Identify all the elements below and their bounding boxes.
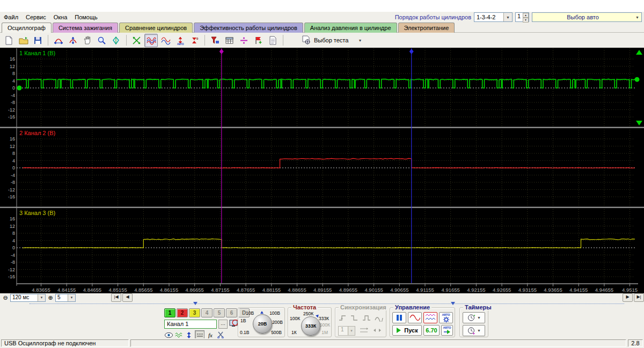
menu-service[interactable]: Сервис [22, 13, 50, 21]
x-tick-label: 4.84655 [83, 287, 101, 293]
stream-mode-button[interactable] [423, 312, 437, 323]
go-last-button[interactable]: ▶| [634, 293, 644, 302]
fit-vertical-button[interactable] [66, 34, 79, 47]
filter-button[interactable] [208, 34, 222, 47]
table-button[interactable] [223, 34, 236, 47]
new-file-button[interactable] [2, 34, 16, 47]
y-tick-label: -12 [8, 187, 15, 192]
sync-pulse-icon [362, 314, 371, 322]
fx-math-icon[interactable]: fx [206, 331, 215, 339]
tab-pressure-analysis[interactable]: Анализ давления в цилиндре [304, 23, 397, 33]
y-tick-label: -12 [8, 107, 15, 113]
pan-window-end-marker[interactable] [451, 302, 455, 305]
channel-button-6[interactable]: 6 [226, 308, 237, 317]
divide-button[interactable] [237, 34, 251, 47]
cylinder-spinner[interactable]: 1 ▲▼ [515, 12, 529, 22]
chevron-down-icon[interactable]: ▼ [633, 13, 641, 21]
markers-button[interactable] [109, 34, 123, 47]
fit-horizontal-button[interactable] [52, 34, 65, 47]
go-prev-button[interactable]: ◀ [122, 293, 133, 302]
frequency-knob[interactable]: 333К [301, 316, 320, 336]
spin-up-icon[interactable]: ▲ [523, 13, 529, 18]
start-button[interactable]: Пуск [392, 325, 422, 336]
report-button[interactable] [266, 34, 280, 47]
pan-hand-button[interactable] [80, 34, 94, 47]
spin-down-icon[interactable]: ▼ [523, 18, 529, 23]
y-tick-label: 0 [12, 165, 15, 171]
auto-settings-button[interactable]: АВТО [439, 312, 453, 323]
timer-1-button[interactable]: ▼ [463, 312, 485, 323]
y-tick-label: 12 [10, 224, 15, 229]
y-tick-label: 4 [12, 158, 15, 164]
sweep-combo[interactable]: 120 мс ▼ [10, 294, 46, 302]
scale-updown-icon[interactable] [185, 331, 193, 339]
pan-indicator-bar[interactable] [0, 302, 644, 306]
tab-oscilloscope[interactable]: Осциллограф [2, 23, 52, 33]
zoom-in-time-icon[interactable]: ⊕ [47, 294, 54, 301]
channel-button-1[interactable]: 1 [164, 308, 175, 317]
x-tick-label: 4.94655 [595, 287, 613, 293]
timer-2-button[interactable]: ▼ [463, 325, 485, 336]
trigger-level-display[interactable]: 6.70 [423, 325, 440, 336]
voltage-knob-pointer [260, 311, 264, 314]
zoom-button[interactable] [95, 34, 108, 47]
channel-name-input[interactable]: Канал 1 [164, 320, 217, 329]
autoscale-button[interactable]: АВТО [173, 34, 187, 47]
zoom-out-time-icon[interactable]: ⊖ [2, 294, 9, 301]
version-label: 2.8 [628, 339, 643, 347]
pause-button[interactable] [392, 312, 406, 323]
channel-button-4[interactable]: 4 [201, 308, 213, 317]
toolbar-separator [48, 35, 48, 46]
overlay-waveforms-button[interactable] [144, 34, 158, 47]
sync-ext-icon [374, 314, 383, 322]
tab-cylinder-efficiency[interactable]: Эффективность работы цилиндров [194, 23, 303, 33]
menu-windows[interactable]: Окна [50, 13, 71, 21]
channel-button-3[interactable]: 3 [189, 308, 200, 317]
svg-text:0: 0 [196, 37, 199, 40]
chevron-down-icon[interactable]: ▼ [503, 13, 512, 21]
auto-run-button[interactable]: АВТО [441, 325, 453, 336]
firing-order-combo[interactable]: 1-3-4-2 ▼ [474, 12, 513, 22]
channel-3-label: 3 Канал 3 (В) [19, 210, 55, 216]
y-tick-label: 12 [10, 144, 15, 149]
compress-signal-button[interactable] [130, 34, 143, 47]
channel-button-2[interactable]: 2 [177, 308, 188, 317]
tab-cylinder-compare[interactable]: Сравнение цилиндров [119, 23, 193, 33]
horizontal-scroll-row: ⊖ 120 мс ▼ ⊕ 5 ▼ |◀ ◀ ▶ ▶| [0, 293, 644, 302]
menu-file[interactable]: Файл [0, 13, 22, 21]
two-waveforms-button[interactable] [159, 34, 172, 47]
car-select-combo[interactable]: Выбор авто ▼ [532, 12, 642, 22]
voltage-knob[interactable]: 20В [253, 314, 272, 334]
open-file-button[interactable] [17, 34, 30, 47]
chevron-down-icon: ▼ [477, 316, 481, 320]
pan-window-start-marker[interactable] [193, 302, 197, 305]
channel-1-zero-marker[interactable] [17, 86, 22, 91]
oscilloscope-plot-area[interactable]: 1612840-4-8-12-161612840-4-8-12-16161284… [0, 48, 644, 293]
zero-level-button[interactable]: 0 [188, 34, 201, 47]
go-next-button[interactable]: ▶ [623, 293, 633, 302]
flag-button[interactable] [252, 34, 265, 47]
tab-ignition[interactable]: Система зажигания [53, 23, 118, 33]
single-sweep-button[interactable] [408, 312, 422, 323]
sync-rising-edge-icon [338, 314, 348, 322]
pan-track[interactable] [30, 303, 624, 304]
y-tick-label: -4 [11, 253, 15, 258]
go-first-button[interactable]: |◀ [111, 293, 121, 302]
divisor-combo[interactable]: 5 ▼ [55, 294, 76, 302]
menu-help[interactable]: Помощь [71, 13, 101, 21]
channel-button-5[interactable]: 5 [214, 308, 225, 317]
channel-1-level-marker[interactable] [635, 77, 640, 82]
x-tick-label: 4.92155 [467, 287, 485, 293]
tools-icon[interactable] [216, 331, 225, 339]
chevron-down-icon[interactable]: ▼ [38, 294, 45, 301]
test-select-button[interactable]: Выбор теста ▼ [298, 34, 365, 46]
visibility-eye-icon[interactable] [164, 331, 173, 339]
scope-plot[interactable]: 1612840-4-8-12-161612840-4-8-12-16161284… [0, 48, 644, 293]
save-button[interactable] [31, 34, 45, 47]
browse-button[interactable]: … [218, 320, 228, 329]
noise-filter-icon[interactable] [174, 331, 183, 339]
y-tick-label: -8 [11, 100, 15, 105]
chevron-down-icon[interactable]: ▼ [68, 294, 75, 301]
y-tick-label: -4 [11, 93, 15, 98]
tab-power-supply[interactable]: Электропитание [398, 23, 455, 33]
